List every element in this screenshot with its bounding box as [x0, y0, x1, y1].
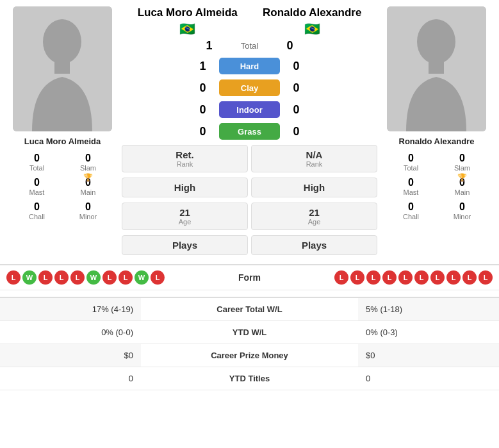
stat-left-val: 17% (4-19)	[0, 297, 141, 321]
left-high-val: High	[174, 182, 195, 193]
plays-row: Plays Plays	[122, 233, 377, 258]
stats-table: 17% (4-19) Career Total W/L 5% (1-18) 0%…	[0, 297, 499, 390]
left-plays-box: Plays	[122, 235, 248, 255]
right-stat-minor: 0 Minor	[437, 199, 488, 223]
left-center-name: Luca Moro Almeida	[138, 6, 238, 19]
indoor-score-right: 0	[285, 103, 307, 117]
stat-right-val: 0	[358, 367, 499, 390]
right-stat-mast: 0 Mast	[386, 174, 437, 199]
right-player-stats: 0 Total 0 Slam 0 Mast 0 Main 🏆 0	[386, 150, 488, 223]
left-form-badge: L	[70, 270, 85, 285]
right-trophy-icon: 🏆	[457, 173, 467, 182]
right-form-badge: L	[366, 270, 380, 285]
stat-left-val: 0% (0-0)	[0, 321, 141, 344]
right-player-name: Ronaldo Alexandre	[399, 137, 475, 146]
stats-table-row: 17% (4-19) Career Total W/L 5% (1-18)	[0, 297, 499, 321]
right-heading-block: Ronaldo Alexandre 🇧🇷	[263, 6, 361, 37]
right-stat-chall: 0 Chall	[386, 199, 437, 223]
total-score-row: 1 Total 0	[122, 37, 377, 55]
right-plays-val: Plays	[302, 240, 327, 251]
center-area: Luca Moro Almeida 🇧🇷 Ronaldo Alexandre 🇧…	[122, 6, 377, 258]
left-player-name: Luca Moro Almeida	[24, 137, 101, 146]
form-label: Form	[211, 272, 288, 283]
right-form-badge: L	[462, 270, 477, 285]
stat-right-val: $0	[358, 344, 499, 367]
stat-center-label: YTD Titles	[141, 367, 358, 390]
left-plays-val: Plays	[172, 240, 197, 251]
left-rank-val: Ret.	[176, 149, 193, 160]
right-age-val: 21	[309, 207, 320, 218]
left-heading-block: Luca Moro Almeida 🇧🇷	[138, 6, 238, 37]
grass-score-right: 0	[285, 125, 307, 138]
left-form-badge: L	[119, 270, 133, 285]
rank-high-row: Ret. Rank N/A Rank	[122, 142, 377, 175]
left-trophy-icon: 🏆	[83, 173, 93, 182]
grass-score-row: 0 Grass 0	[122, 120, 377, 142]
right-player-silhouette	[387, 6, 486, 131]
right-form-badge: L	[414, 270, 429, 285]
stats-table-row: $0 Career Prize Money $0	[0, 344, 499, 367]
indoor-badge: Indoor	[219, 101, 280, 118]
stat-left-val: 0	[0, 367, 141, 390]
right-rank-box: N/A Rank	[251, 145, 377, 172]
left-stat-mast: 0 Mast	[12, 174, 63, 199]
left-player-photo	[13, 6, 112, 131]
clay-score-left: 0	[192, 81, 214, 95]
grass-badge: Grass	[219, 123, 280, 140]
left-form-badge: W	[86, 270, 101, 285]
indoor-score-row: 0 Indoor 0	[122, 99, 377, 120]
stat-left-val: $0	[0, 344, 141, 367]
hard-score-row: 1 Hard 0	[122, 55, 377, 77]
left-stat-chall: 0 Chall	[12, 199, 63, 223]
stat-center-label: YTD W/L	[141, 321, 358, 344]
right-form-badge: L	[382, 270, 397, 285]
right-player-photo	[387, 6, 486, 131]
hard-badge: Hard	[219, 58, 280, 74]
svg-point-1	[43, 19, 81, 64]
left-form-badge: L	[54, 270, 69, 285]
page-wrapper: Luca Moro Almeida 0 Total 0 Slam 0 Mast …	[0, 0, 499, 390]
right-center-name: Ronaldo Alexandre	[263, 6, 361, 19]
right-stat-slam: 0 Slam	[437, 150, 488, 174]
left-player-silhouette	[13, 6, 112, 131]
right-age-box: 21 Age	[251, 203, 377, 230]
left-form-badge: W	[135, 270, 149, 285]
left-flag: 🇧🇷	[179, 21, 195, 37]
total-score-right: 0	[279, 39, 301, 53]
right-form-badge: L	[350, 270, 364, 285]
total-score-left: 1	[198, 39, 220, 53]
grass-score-left: 0	[192, 125, 214, 138]
stats-table-row: 0 YTD Titles 0	[0, 367, 499, 390]
right-rank-lbl: Rank	[306, 160, 323, 168]
hard-score-left: 1	[192, 60, 214, 73]
left-age-val: 21	[179, 207, 190, 218]
left-rank-box: Ret. Rank	[122, 145, 248, 172]
right-form-badge: L	[334, 270, 348, 285]
indoor-score-left: 0	[192, 103, 214, 117]
stat-center-label: Career Prize Money	[141, 344, 358, 367]
total-label: Total	[225, 41, 274, 51]
right-plays-box: Plays	[251, 235, 377, 255]
left-stat-minor: 0 Minor	[63, 199, 114, 223]
left-player-stats: 0 Total 0 Slam 0 Mast 0 Main 🏆 0	[12, 150, 114, 223]
right-form-badge: L	[479, 270, 493, 285]
right-form-badge: L	[446, 270, 461, 285]
top-section: Luca Moro Almeida 0 Total 0 Slam 0 Mast …	[0, 0, 499, 264]
left-form-badges: LWLLLWLLWL	[6, 270, 211, 285]
svg-point-4	[417, 19, 455, 64]
stat-center-label: Career Total W/L	[141, 297, 358, 321]
right-rank-val: N/A	[306, 149, 323, 160]
left-form-badge: L	[38, 270, 53, 285]
age-row: 21 Age 21 Age	[122, 200, 377, 233]
left-rank-lbl: Rank	[177, 160, 193, 168]
right-trophy-main: 0 Main 🏆	[437, 174, 488, 199]
left-high-box: High	[122, 178, 248, 197]
right-form-badge: L	[398, 270, 413, 285]
right-flag: 🇧🇷	[304, 21, 320, 37]
left-age-box: 21 Age	[122, 203, 248, 230]
stats-table-row: 0% (0-0) YTD W/L 0% (0-3)	[0, 321, 499, 344]
right-high-val: High	[304, 182, 325, 193]
left-player-area: Luca Moro Almeida 0 Total 0 Slam 0 Mast …	[6, 6, 119, 258]
left-stat-slam: 0 Slam	[63, 150, 114, 174]
left-form-badge: L	[102, 270, 117, 285]
